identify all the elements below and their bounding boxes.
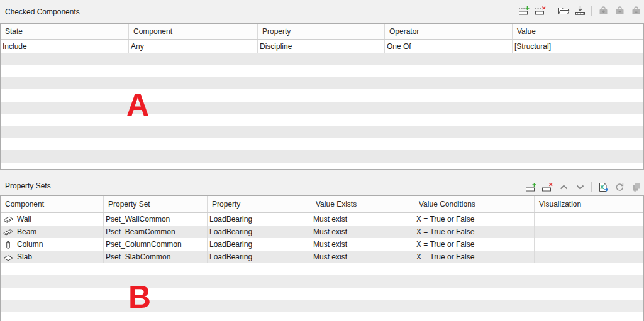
cell-property[interactable]: LoadBearing (208, 213, 311, 226)
column-header-visualization: Visualization (535, 196, 643, 212)
cell-value-exists[interactable]: Must exist (311, 226, 414, 238)
cell-value-exists[interactable]: Must exist (311, 251, 414, 263)
column-header-property-set: Property Set (104, 196, 208, 212)
cell-visualization[interactable] (535, 226, 643, 238)
column-header-component: Component (1, 196, 104, 212)
import-rows-icon (574, 6, 586, 16)
cell-property[interactable]: LoadBearing (208, 251, 311, 263)
annotation-marker-b: B (128, 281, 151, 313)
cell-value-conditions[interactable]: X = True or False (414, 238, 535, 251)
column-header-value: Value (513, 24, 643, 39)
cell-property[interactable]: LoadBearing (208, 238, 311, 251)
cell-property[interactable]: LoadBearing (208, 226, 311, 238)
property-sets-table: Component Property Set Property Value Ex… (0, 195, 644, 321)
checked-components-header-bar: Checked Components (0, 0, 644, 23)
excel-export-button[interactable]: X (597, 182, 609, 193)
rule-parameters-view: Checked Components (0, 0, 644, 321)
column-header-component: Component (129, 24, 258, 39)
cell-operator[interactable]: One Of (385, 40, 513, 53)
cell-value-conditions[interactable]: X = True or False (414, 213, 535, 226)
open-folder-icon (558, 6, 570, 16)
checked-components-title: Checked Components (0, 8, 80, 16)
cell-visualization[interactable] (535, 251, 643, 263)
column-header-value-exists: Value Exists (311, 196, 414, 212)
cell-value-exists[interactable]: Must exist (311, 213, 414, 226)
cell-property[interactable]: Discipline (258, 40, 385, 53)
move-up-icon (559, 183, 569, 191)
bag-equal-icon (631, 6, 641, 16)
svg-text:X: X (600, 184, 604, 190)
wall-icon (3, 215, 13, 224)
column-header-property: Property (208, 196, 311, 212)
cell-value[interactable]: [Structural] (513, 40, 643, 53)
cell-component[interactable]: Slab (1, 251, 104, 263)
column-header-state: State (1, 24, 129, 39)
column-header-property: Property (258, 24, 385, 39)
remove-row-icon (535, 6, 547, 16)
cell-component[interactable]: Any (129, 40, 258, 53)
table-row[interactable]: Wall Pset_WallCommon LoadBearing Must ex… (1, 213, 643, 226)
cell-component-label: Wall (17, 215, 31, 224)
add-row-icon (525, 182, 537, 192)
cell-visualization[interactable] (535, 238, 643, 251)
bag-remove-button (613, 5, 626, 16)
cell-value-conditions[interactable]: X = True or False (414, 226, 535, 238)
table-row[interactable]: Include Any Discipline One Of [Structura… (1, 40, 643, 53)
cell-visualization[interactable] (535, 213, 643, 226)
table-row[interactable]: Column Pset_ColumnCommon LoadBearing Mus… (1, 238, 643, 251)
cell-property-set[interactable]: Pset_ColumnCommon (104, 238, 208, 251)
move-up-button[interactable] (557, 182, 570, 193)
checked-components-toolbar (518, 5, 642, 16)
cell-component[interactable]: Beam (1, 226, 104, 238)
cell-value-exists[interactable]: Must exist (311, 238, 414, 251)
slab-icon (3, 253, 13, 262)
remove-row-button[interactable] (534, 5, 547, 16)
checked-components-table: State Component Property Operator Value … (0, 23, 644, 170)
add-row-icon (518, 6, 530, 16)
table-row[interactable]: Beam Pset_BeamCommon LoadBearing Must ex… (1, 226, 643, 238)
refresh-button[interactable] (613, 182, 626, 193)
excel-export-icon: X (597, 182, 609, 192)
cell-component-label: Beam (17, 227, 36, 236)
column-icon (3, 240, 13, 249)
cell-value-conditions[interactable]: X = True or False (414, 251, 535, 263)
add-row-button[interactable] (518, 5, 530, 16)
property-sets-table-header: Component Property Set Property Value Ex… (1, 196, 643, 213)
cell-state[interactable]: Include (1, 40, 129, 53)
cell-component-label: Column (17, 240, 43, 249)
clone-icon (631, 182, 641, 192)
refresh-icon (614, 182, 625, 192)
cell-component-label: Slab (17, 253, 32, 261)
column-header-operator: Operator (385, 24, 513, 39)
clone-button (630, 182, 642, 193)
property-sets-title: Property Sets (0, 182, 51, 190)
checked-components-table-header: State Component Property Operator Value (1, 24, 643, 40)
import-button[interactable] (574, 5, 586, 16)
cell-property-set[interactable]: Pset_BeamCommon (104, 226, 208, 238)
toolbar-separator (591, 182, 592, 192)
toolbar-separator (591, 6, 592, 16)
remove-row-button[interactable] (541, 182, 553, 193)
bag-equal-button (630, 5, 642, 16)
cell-component[interactable]: Wall (1, 213, 104, 226)
move-down-button[interactable] (574, 182, 586, 193)
empty-rows-area (1, 263, 643, 321)
open-button[interactable] (557, 5, 570, 16)
toolbar-separator (552, 6, 552, 16)
beam-icon (3, 227, 13, 237)
table-row[interactable]: Slab Pset_SlabCommon LoadBearing Must ex… (1, 251, 643, 263)
column-header-value-conditions: Value Conditions (414, 196, 535, 212)
remove-row-icon (541, 182, 553, 192)
cell-component[interactable]: Column (1, 238, 104, 251)
move-down-icon (575, 183, 585, 191)
cell-property-set[interactable]: Pset_SlabCommon (104, 251, 208, 263)
cell-property-set[interactable]: Pset_WallCommon (104, 213, 208, 226)
annotation-marker-a: A (126, 89, 149, 121)
empty-rows-area (1, 53, 643, 169)
property-sets-toolbar: X (525, 182, 642, 193)
bag-add-icon (598, 6, 609, 16)
bag-remove-icon (614, 6, 625, 16)
add-row-button[interactable] (525, 182, 537, 193)
bag-add-button (597, 5, 609, 16)
